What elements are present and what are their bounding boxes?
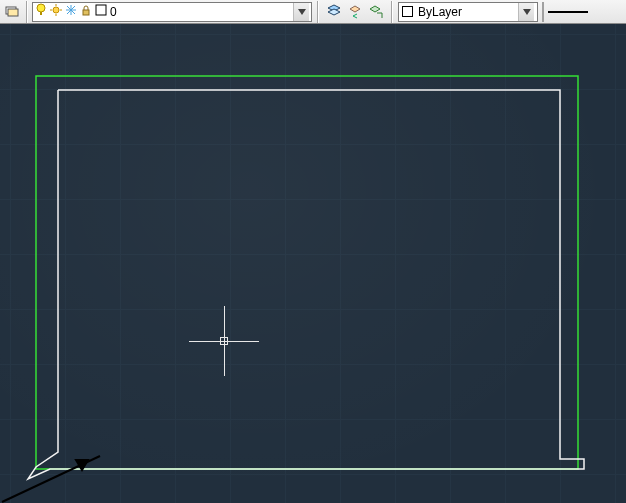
paper-limits-rect [36, 76, 578, 469]
svg-point-2 [37, 4, 45, 12]
svg-rect-3 [40, 12, 42, 15]
toolbar-divider [26, 1, 28, 23]
sun-icon [50, 4, 62, 19]
toolbar-divider [317, 1, 319, 23]
freeze-icon [65, 4, 77, 19]
layer-panel: 0 [2, 1, 312, 23]
lineweight-bar-icon [548, 11, 588, 13]
top-toolbar: 0 ByLa [0, 0, 626, 24]
color-panel: ByLayer [398, 1, 538, 23]
svg-point-4 [53, 7, 59, 13]
scene-svg [0, 24, 626, 503]
svg-rect-14 [96, 5, 106, 15]
layer-previous-button[interactable] [345, 2, 365, 22]
lineweight-preview[interactable] [542, 2, 594, 22]
layer-color-swatch [95, 4, 107, 19]
lock-icon [80, 4, 92, 19]
lineweight-panel [540, 1, 594, 23]
layer-dropdown[interactable]: 0 [32, 2, 312, 22]
layer-match-button[interactable] [366, 2, 386, 22]
svg-rect-1 [8, 9, 18, 16]
svg-rect-13 [83, 10, 89, 15]
layer-states-button[interactable] [324, 2, 344, 22]
annotation-arrow [2, 456, 100, 502]
chevron-down-icon [518, 3, 534, 21]
viewport-white-rect [28, 90, 584, 479]
layer-name-label: 0 [110, 5, 117, 19]
color-dropdown[interactable]: ByLayer [398, 2, 538, 22]
color-label: ByLayer [418, 5, 462, 19]
color-swatch-icon [402, 6, 413, 17]
layer-properties-button[interactable] [2, 2, 22, 22]
drawing-canvas[interactable] [0, 24, 626, 503]
toolbar-divider [391, 1, 393, 23]
chevron-down-icon [293, 3, 309, 21]
layer-tools-panel [324, 1, 386, 23]
lightbulb-icon [35, 3, 47, 20]
